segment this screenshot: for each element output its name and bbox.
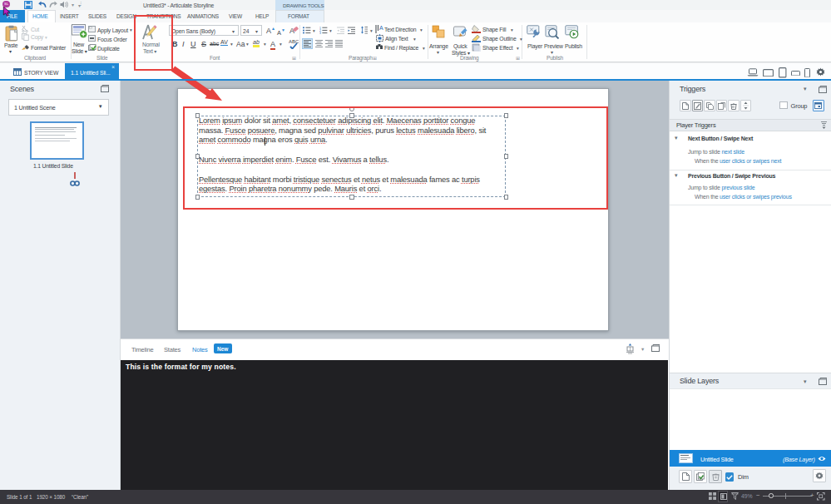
- svg-text:3: 3: [319, 32, 321, 34]
- svg-text:A: A: [379, 25, 383, 31]
- svg-text:A: A: [289, 27, 294, 35]
- svg-text:ABC: ABC: [289, 39, 299, 44]
